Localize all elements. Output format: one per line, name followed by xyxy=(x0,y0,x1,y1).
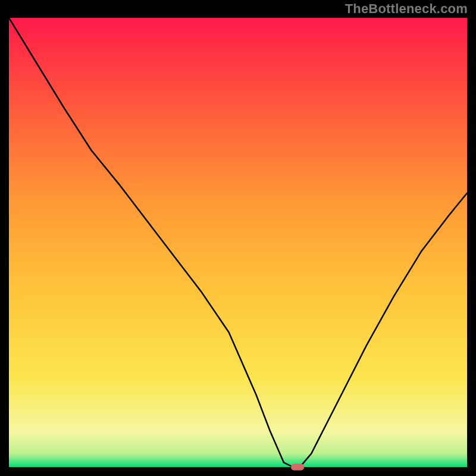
chart-container: TheBottleneck.com xyxy=(0,0,476,476)
plot-background xyxy=(9,18,467,467)
sweet-spot-marker xyxy=(291,464,304,471)
watermark-text: TheBottleneck.com xyxy=(345,1,468,17)
bottleneck-chart xyxy=(0,0,476,476)
